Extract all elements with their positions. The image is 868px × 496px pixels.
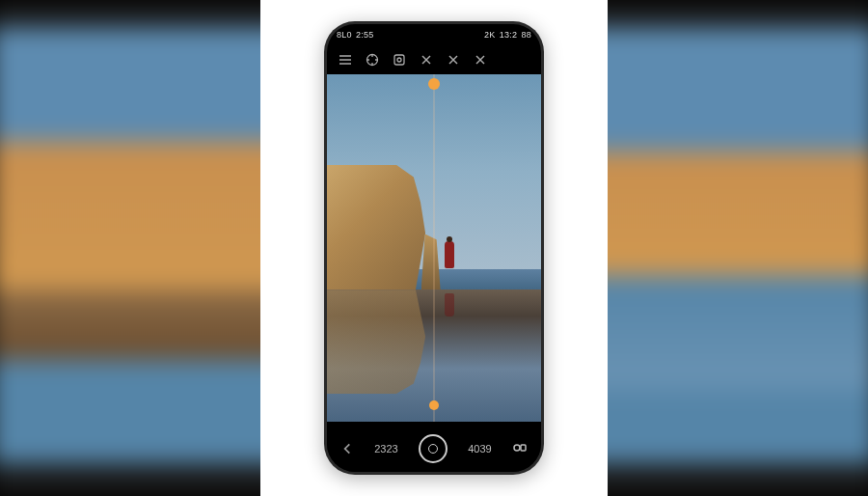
background-blur-right	[579, 0, 868, 496]
menu-icon[interactable]	[337, 51, 354, 69]
guide-handle-bottom[interactable]	[429, 400, 439, 410]
readout-left: 2323	[374, 443, 397, 455]
status-indicator: 8L0	[337, 30, 352, 40]
svg-point-9	[397, 58, 401, 62]
mode-toggle-icon[interactable]	[512, 442, 528, 456]
device-card: 8L0 2:55 1.2K 13:2 88	[260, 0, 608, 496]
shutter-button[interactable]	[419, 434, 448, 463]
close-icon[interactable]	[445, 51, 462, 69]
status-value: 13:2	[500, 30, 518, 40]
readout-right: 4039	[468, 443, 491, 455]
svg-point-16	[514, 445, 520, 451]
guide-handle-top[interactable]	[428, 78, 440, 90]
close-icon[interactable]	[418, 51, 435, 69]
bottom-toolbar: 2323 4039	[327, 426, 541, 472]
top-toolbar	[327, 45, 541, 74]
chevron-left-icon[interactable]	[340, 442, 354, 455]
orientation-icon[interactable]	[364, 51, 381, 69]
alignment-guide	[434, 74, 435, 422]
phone-frame: 8L0 2:55 1.2K 13:2 88	[324, 21, 544, 475]
background-blur-left	[0, 0, 289, 496]
phone-notch	[383, 24, 485, 43]
svg-rect-8	[394, 55, 404, 65]
phone-screen: 8L0 2:55 1.2K 13:2 88	[327, 24, 541, 472]
status-battery: 88	[521, 30, 531, 40]
camera-viewport[interactable]	[327, 74, 541, 422]
close-icon[interactable]	[472, 51, 489, 69]
status-time: 2:55	[356, 30, 374, 40]
frame-icon[interactable]	[391, 51, 408, 69]
svg-rect-17	[521, 445, 526, 451]
